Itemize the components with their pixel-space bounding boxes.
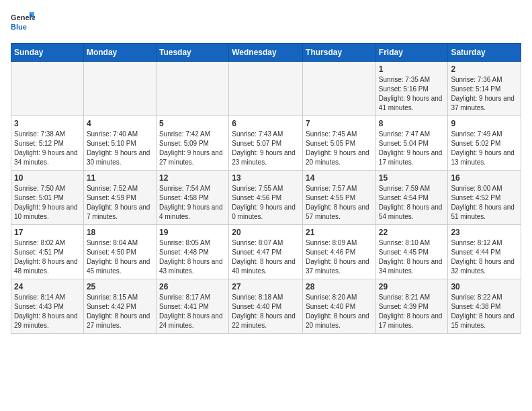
day-cell: 10Sunrise: 7:50 AM Sunset: 5:01 PM Dayli… [11,171,84,225]
week-row-1: 1Sunrise: 7:35 AM Sunset: 5:16 PM Daylig… [11,62,521,116]
day-cell: 8Sunrise: 7:47 AM Sunset: 5:04 PM Daylig… [375,116,448,171]
day-cell: 12Sunrise: 7:54 AM Sunset: 4:58 PM Dayli… [156,171,228,225]
day-number: 24 [14,282,81,291]
day-cell: 24Sunrise: 8:14 AM Sunset: 4:43 PM Dayli… [11,279,84,334]
day-info: Sunrise: 7:55 AM Sunset: 4:56 PM Dayligh… [232,184,300,222]
day-number: 26 [159,282,226,291]
day-number: 15 [379,173,445,183]
day-info: Sunrise: 8:15 AM Sunset: 4:42 PM Dayligh… [87,293,153,330]
logo: General Blue [11,11,35,35]
day-cell: 2Sunrise: 7:36 AM Sunset: 5:14 PM Daylig… [448,62,521,116]
day-cell: 20Sunrise: 8:07 AM Sunset: 4:47 PM Dayli… [229,225,303,279]
day-number: 16 [451,173,518,183]
day-cell [11,62,84,116]
svg-text:Blue: Blue [11,23,27,31]
day-info: Sunrise: 8:21 AM Sunset: 4:39 PM Dayligh… [379,293,445,330]
day-cell: 22Sunrise: 8:10 AM Sunset: 4:45 PM Dayli… [375,225,448,279]
day-info: Sunrise: 8:05 AM Sunset: 4:48 PM Dayligh… [159,238,226,276]
day-cell: 19Sunrise: 8:05 AM Sunset: 4:48 PM Dayli… [156,225,228,279]
day-number: 11 [87,173,153,183]
day-number: 1 [379,64,445,74]
day-info: Sunrise: 7:54 AM Sunset: 4:58 PM Dayligh… [159,184,226,222]
day-number: 6 [232,119,300,128]
week-row-5: 24Sunrise: 8:14 AM Sunset: 4:43 PM Dayli… [11,279,521,334]
day-info: Sunrise: 7:40 AM Sunset: 5:10 PM Dayligh… [87,130,153,167]
week-row-3: 10Sunrise: 7:50 AM Sunset: 5:01 PM Dayli… [11,171,521,225]
day-info: Sunrise: 8:04 AM Sunset: 4:50 PM Dayligh… [87,238,153,276]
day-info: Sunrise: 8:14 AM Sunset: 4:43 PM Dayligh… [14,293,81,330]
day-info: Sunrise: 7:36 AM Sunset: 5:14 PM Dayligh… [451,75,518,113]
day-cell: 13Sunrise: 7:55 AM Sunset: 4:56 PM Dayli… [229,171,303,225]
day-number: 23 [451,228,518,237]
day-number: 12 [159,173,226,183]
day-cell [229,62,303,116]
col-header-saturday: Saturday [448,44,521,62]
day-info: Sunrise: 8:17 AM Sunset: 4:41 PM Dayligh… [159,293,226,330]
day-info: Sunrise: 7:47 AM Sunset: 5:04 PM Dayligh… [379,130,445,167]
day-cell: 21Sunrise: 8:09 AM Sunset: 4:46 PM Dayli… [303,225,376,279]
logo-svg: General Blue [11,11,35,35]
day-cell [303,62,376,116]
day-number: 28 [306,282,373,291]
day-cell: 14Sunrise: 7:57 AM Sunset: 4:55 PM Dayli… [303,171,376,225]
day-info: Sunrise: 7:38 AM Sunset: 5:12 PM Dayligh… [14,130,81,167]
day-number: 29 [379,282,445,291]
day-number: 14 [306,173,373,183]
col-header-friday: Friday [375,44,448,62]
day-cell: 18Sunrise: 8:04 AM Sunset: 4:50 PM Dayli… [83,225,156,279]
day-number: 2 [451,64,518,74]
day-number: 7 [306,119,373,128]
day-number: 9 [451,119,518,128]
day-cell: 9Sunrise: 7:49 AM Sunset: 5:02 PM Daylig… [448,116,521,171]
day-number: 3 [14,119,81,128]
day-cell: 29Sunrise: 8:21 AM Sunset: 4:39 PM Dayli… [375,279,448,334]
day-number: 19 [159,228,226,237]
day-cell: 4Sunrise: 7:40 AM Sunset: 5:10 PM Daylig… [83,116,156,171]
day-cell: 25Sunrise: 8:15 AM Sunset: 4:42 PM Dayli… [83,279,156,334]
day-cell: 6Sunrise: 7:43 AM Sunset: 5:07 PM Daylig… [229,116,303,171]
header: General Blue [11,11,521,35]
day-cell [83,62,156,116]
col-header-thursday: Thursday [303,44,376,62]
day-number: 21 [306,228,373,237]
day-cell: 15Sunrise: 7:59 AM Sunset: 4:54 PM Dayli… [375,171,448,225]
day-number: 22 [379,228,445,237]
day-number: 27 [232,282,300,291]
day-cell: 16Sunrise: 8:00 AM Sunset: 4:52 PM Dayli… [448,171,521,225]
col-header-tuesday: Tuesday [156,44,228,62]
day-info: Sunrise: 8:12 AM Sunset: 4:44 PM Dayligh… [451,238,518,276]
day-info: Sunrise: 7:50 AM Sunset: 5:01 PM Dayligh… [14,184,81,222]
day-number: 4 [87,119,153,128]
day-number: 30 [451,282,518,291]
day-info: Sunrise: 8:02 AM Sunset: 4:51 PM Dayligh… [14,238,81,276]
day-number: 18 [87,228,153,237]
week-row-4: 17Sunrise: 8:02 AM Sunset: 4:51 PM Dayli… [11,225,521,279]
day-cell: 27Sunrise: 8:18 AM Sunset: 4:40 PM Dayli… [229,279,303,334]
day-number: 20 [232,228,300,237]
day-cell: 7Sunrise: 7:45 AM Sunset: 5:05 PM Daylig… [303,116,376,171]
day-info: Sunrise: 8:18 AM Sunset: 4:40 PM Dayligh… [232,293,300,330]
day-info: Sunrise: 7:59 AM Sunset: 4:54 PM Dayligh… [379,184,445,222]
day-info: Sunrise: 7:43 AM Sunset: 5:07 PM Dayligh… [232,130,300,167]
day-number: 25 [87,282,153,291]
page: General Blue SundayMondayTuesdayWednesda… [0,0,532,345]
day-info: Sunrise: 8:00 AM Sunset: 4:52 PM Dayligh… [451,184,518,222]
day-cell: 5Sunrise: 7:42 AM Sunset: 5:09 PM Daylig… [156,116,228,171]
day-info: Sunrise: 7:35 AM Sunset: 5:16 PM Dayligh… [379,75,445,113]
day-number: 10 [14,173,81,183]
day-info: Sunrise: 7:52 AM Sunset: 4:59 PM Dayligh… [87,184,153,222]
calendar: SundayMondayTuesdayWednesdayThursdayFrid… [11,43,521,334]
day-cell: 11Sunrise: 7:52 AM Sunset: 4:59 PM Dayli… [83,171,156,225]
day-info: Sunrise: 7:42 AM Sunset: 5:09 PM Dayligh… [159,130,226,167]
day-cell: 3Sunrise: 7:38 AM Sunset: 5:12 PM Daylig… [11,116,84,171]
col-header-sunday: Sunday [11,44,84,62]
day-info: Sunrise: 8:09 AM Sunset: 4:46 PM Dayligh… [306,238,373,276]
week-row-2: 3Sunrise: 7:38 AM Sunset: 5:12 PM Daylig… [11,116,521,171]
day-info: Sunrise: 7:45 AM Sunset: 5:05 PM Dayligh… [306,130,373,167]
day-info: Sunrise: 8:20 AM Sunset: 4:40 PM Dayligh… [306,293,373,330]
day-info: Sunrise: 8:22 AM Sunset: 4:38 PM Dayligh… [451,293,518,330]
day-info: Sunrise: 8:07 AM Sunset: 4:47 PM Dayligh… [232,238,300,276]
day-info: Sunrise: 7:49 AM Sunset: 5:02 PM Dayligh… [451,130,518,167]
day-cell: 17Sunrise: 8:02 AM Sunset: 4:51 PM Dayli… [11,225,84,279]
day-cell: 26Sunrise: 8:17 AM Sunset: 4:41 PM Dayli… [156,279,228,334]
